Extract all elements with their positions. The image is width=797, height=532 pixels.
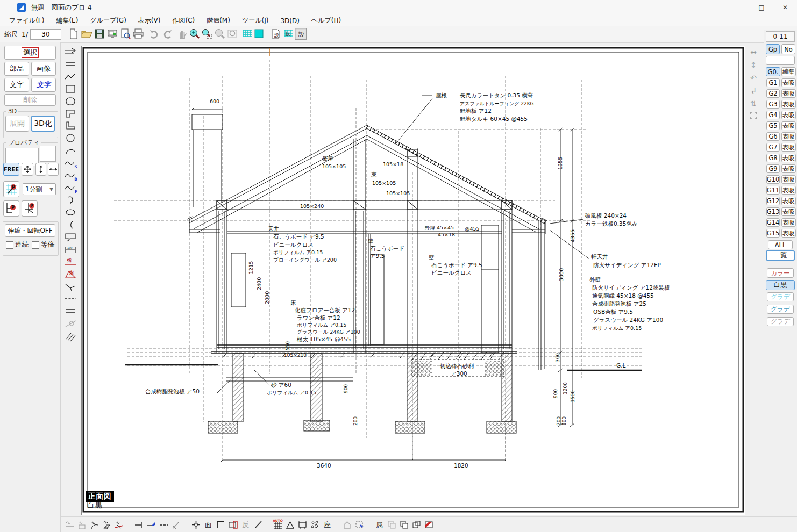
region-select-icon[interactable] [354, 520, 365, 530]
minimize-button[interactable]: — [726, 0, 750, 15]
layer-row-action[interactable]: 表吸 [781, 111, 796, 119]
layer-row-id[interactable]: G2 [766, 89, 780, 98]
expand-button[interactable]: 展開 [5, 116, 29, 132]
menu-file[interactable]: ファイル(F) [3, 16, 50, 25]
layer-row-action[interactable]: 表吸 [781, 164, 796, 173]
layer-row-id[interactable]: G14 [766, 218, 780, 227]
color-swatch-icon[interactable] [253, 28, 265, 40]
arrow-line-tool[interactable] [63, 46, 77, 57]
scale-input[interactable]: 30 [30, 29, 61, 40]
layer-list-button[interactable]: 一覧 [766, 250, 795, 261]
redo-icon[interactable] [161, 28, 173, 40]
layer-row-id[interactable]: G9 [766, 164, 780, 173]
fit-width-icon[interactable]: ↔ [749, 47, 758, 57]
arc-tool[interactable] [63, 145, 77, 156]
select-trim-icon[interactable] [114, 520, 124, 530]
layer-row-action[interactable]: 表吸 [781, 132, 796, 141]
layer-row-id[interactable]: G15 [766, 229, 780, 238]
angle-dimension-tool[interactable]: 指 [63, 269, 77, 280]
dimension-text-tool[interactable]: 指 [63, 256, 77, 268]
view-return-icon[interactable]: ↲ [749, 86, 758, 96]
spline-s-tool[interactable]: S [63, 157, 77, 169]
split-dropdown[interactable]: 1分割▼ [23, 183, 56, 195]
layer-row-action[interactable]: 表吸 [781, 89, 796, 98]
menu-group[interactable]: グループ(G) [84, 16, 132, 25]
parts-button[interactable]: 部品 [4, 62, 29, 76]
layer-row-id[interactable]: G6 [766, 132, 780, 141]
layer-g0-edit-button[interactable]: 編集 [781, 67, 796, 76]
parallel-line-tool[interactable] [63, 306, 77, 317]
layer-row-id[interactable]: G11 [766, 186, 780, 195]
flag-line-icon[interactable] [146, 520, 156, 530]
auto-grid-icon[interactable]: AUTO [273, 520, 283, 530]
dim-frame-icon[interactable] [297, 520, 308, 530]
menu-tools[interactable]: ツール(J) [236, 16, 274, 25]
layer-row-action[interactable]: 表吸 [781, 207, 796, 216]
stretch-rotate-button[interactable]: 伸縮・回転OFF [5, 224, 55, 237]
select-line-icon[interactable] [65, 520, 75, 530]
move-all-button[interactable] [22, 163, 33, 176]
menu-3d[interactable]: 3D(D) [274, 17, 305, 25]
layer-row-id[interactable]: G1 [766, 78, 780, 87]
face-icon[interactable]: 面 [203, 520, 214, 530]
copy-front-icon[interactable] [399, 520, 409, 530]
gradient2-button[interactable]: グラデ [767, 305, 794, 314]
move-horizontal-button[interactable] [48, 163, 59, 176]
select-hatch-icon[interactable] [102, 520, 112, 530]
dashed-segment-icon[interactable] [159, 520, 169, 530]
layer-row-action[interactable]: 表吸 [781, 197, 796, 205]
coordinate-icon[interactable]: 座 [322, 520, 332, 530]
layer-row-id[interactable]: G10 [766, 175, 780, 184]
color-mode-button[interactable]: カラー [767, 268, 794, 278]
circle-tangent-tool[interactable] [63, 318, 77, 329]
snap-endpoint-button[interactable]: P [3, 200, 19, 217]
copy-back-icon[interactable] [387, 520, 397, 530]
crosshair-icon[interactable] [191, 520, 201, 530]
layer-row-action[interactable]: 表吸 [781, 78, 796, 87]
delete-button[interactable]: 削除 [4, 94, 56, 106]
open-arc-tool[interactable] [63, 219, 77, 231]
house-icon[interactable] [342, 520, 352, 530]
layer-row-id[interactable]: G8 [766, 154, 780, 162]
snap-intersection-button[interactable]: P [22, 200, 38, 217]
layer-row-action[interactable]: 表吸 [781, 154, 796, 162]
pan-hand-icon[interactable] [176, 28, 188, 40]
rounded-rect-tool[interactable] [63, 96, 77, 107]
polyline-tool[interactable] [63, 71, 77, 82]
menu-edit[interactable]: 編集(E) [50, 16, 84, 25]
fullscreen-icon[interactable] [749, 112, 758, 121]
layer-row-action[interactable]: 表吸 [781, 186, 796, 195]
new-file-icon[interactable] [68, 28, 80, 40]
hook-curve-tool[interactable] [63, 195, 77, 206]
gp-button[interactable]: Gp [766, 44, 780, 54]
save-icon[interactable] [94, 28, 105, 40]
hatch-tool[interactable] [63, 330, 77, 342]
settings-pressed-icon[interactable]: 設 [295, 28, 307, 40]
layer-row-id[interactable]: G13 [766, 207, 780, 216]
no-button[interactable]: No [781, 44, 795, 54]
drawing-canvas[interactable]: 屋根長尺カラートタン 0.35 横葺アスファルトルーフィング 22KG野地板 ア… [82, 46, 745, 515]
circle-tool[interactable] [63, 133, 77, 144]
frame-edit-icon[interactable] [228, 520, 238, 530]
layer-row-id[interactable]: G12 [766, 197, 780, 205]
l-shape-tool[interactable] [63, 120, 77, 132]
image-button[interactable]: 画像 [31, 62, 56, 76]
maximize-button[interactable]: □ [750, 0, 773, 15]
rectangle-tool[interactable] [63, 83, 77, 95]
ellipse-tool[interactable] [63, 207, 77, 218]
double-line-tool[interactable] [63, 59, 77, 70]
view-refresh-icon[interactable]: ⇅ [749, 99, 758, 109]
spline-f-tool[interactable]: F [63, 182, 77, 193]
print-preview-icon[interactable] [119, 28, 131, 40]
select-button[interactable]: 選択 [4, 46, 56, 60]
open-file-icon[interactable] [81, 28, 92, 40]
layer-row-id[interactable]: G3 [766, 100, 780, 109]
free-move-button[interactable]: FREE [3, 163, 19, 176]
attribute-icon[interactable]: 属 [374, 520, 385, 530]
polygon-tool[interactable] [63, 108, 77, 119]
grid-settings-icon[interactable]: 設 [282, 28, 294, 40]
fit-height-icon[interactable]: ↕ [749, 60, 758, 70]
select-box-icon[interactable] [77, 520, 87, 530]
layer-row-action[interactable]: 表吸 [781, 121, 796, 130]
dashed-line-tool[interactable] [63, 293, 77, 305]
